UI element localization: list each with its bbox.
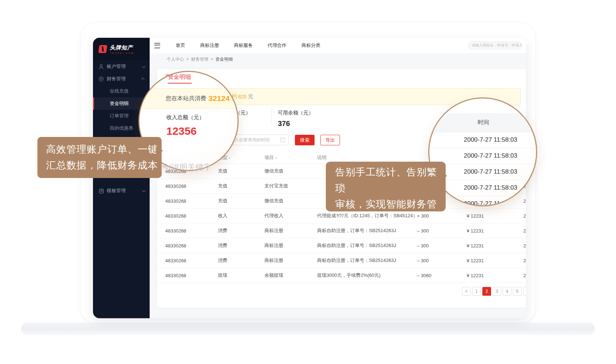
lens-banner-prefix: 您在本站共消费	[166, 95, 206, 102]
table-row[interactable]: 48330268消费 商标注册商标自助注册，订单号：SB2514263J – 3…	[157, 253, 526, 268]
sidebar-item-label: 我的优惠券	[110, 125, 133, 132]
logo-title: 头牌知产	[110, 44, 134, 51]
callout-right-line2: 审核，实现智能财务管	[335, 196, 446, 212]
sidebar-item-templates[interactable]: 模板管理	[93, 185, 150, 197]
lens-income-value: 12356	[166, 125, 196, 137]
col-header-desc: 说明	[317, 154, 417, 161]
callout-left-line2: 汇总数据，降低财务成本	[46, 157, 162, 173]
table-row[interactable]: 48330268提现 余额提现提现3000元，手续费2%(60元) – 3060…	[157, 268, 526, 283]
lens-time-row: 2000-7-27 11:58:03	[429, 148, 536, 164]
stat-balance: 可用余额（元） 376	[278, 110, 313, 128]
callout-right: 告别手工统计、告别繁琐 审核，实现智能财务管 理。	[326, 162, 446, 211]
finance-icon	[99, 77, 104, 81]
callout-left-line1: 高效管理账户订单、一键	[46, 141, 162, 157]
chevron-down-icon	[142, 64, 146, 68]
lens-time-header: 时间	[429, 113, 536, 132]
sort-caret-icon: ▾	[229, 156, 231, 160]
nav-menu: 首页 商标注册 商标服务 代理合作 商标分类	[176, 42, 320, 49]
sidebar-item-label: 资金明细	[110, 100, 129, 107]
nav-item-trademark-service[interactable]: 商标服务	[234, 42, 253, 49]
lens-banner: 您在本站共消费 32124 大约	[139, 88, 238, 109]
sidebar-item-label: 订单管理	[110, 113, 129, 119]
callout-right-line3: 理。	[335, 212, 446, 228]
sidebar-item-finance[interactable]: 财务管理	[93, 73, 150, 85]
lens-tab-label: 资金明细	[168, 73, 191, 81]
breadcrumb-current: 资金明细	[215, 56, 233, 62]
sidebar-item-label: 账户管理	[107, 63, 126, 70]
search-placeholder: 请输入商标名，申请号，申请人	[472, 43, 522, 48]
search-button[interactable]: 搜索	[295, 135, 315, 145]
col-header-project[interactable]: 项目▾	[264, 154, 317, 161]
banner-unit: 元	[248, 93, 253, 100]
chevron-down-icon	[142, 189, 146, 192]
pagination-page-button[interactable]: 3	[493, 287, 501, 296]
sidebar-item-label: 模板管理	[107, 187, 126, 194]
lens-tab-underline	[168, 83, 192, 84]
sort-caret-icon: ▾	[275, 156, 277, 160]
pagination-page-button[interactable]: 4	[503, 287, 511, 296]
pagination-page-button[interactable]: 1	[472, 287, 481, 296]
pagination-prev-button[interactable]: <	[462, 287, 471, 296]
lens-time-row: 2000-7-27 11:58:03	[429, 132, 536, 148]
nav-item-agent[interactable]: 代理合作	[268, 42, 287, 49]
callout-left: 高效管理账户订单、一键 汇总数据，降低财务成本	[37, 137, 162, 178]
table-row[interactable]: 48330268消费 商标注册商标自助注册，订单号：SB2514263J – 3…	[157, 238, 526, 253]
sidebar-item-label: 在线充值	[110, 88, 129, 94]
menu-icon[interactable]	[154, 43, 160, 48]
pagination-next-button[interactable]	[523, 287, 526, 296]
chevron-up-icon	[141, 77, 145, 81]
breadcrumb: 个人中心 > 财务管理 > 资金明细	[150, 53, 526, 65]
export-button[interactable]: 导出	[320, 135, 340, 145]
sidebar-item-account[interactable]: 账户管理	[93, 60, 150, 73]
pagination-page-button-active[interactable]: 2	[482, 287, 491, 296]
sidebar-item-recharge[interactable]: 在线充值	[93, 85, 150, 97]
nav-item-trademark-class[interactable]: 商标分类	[301, 42, 320, 49]
lens-income-label: 收入总额（元）	[166, 114, 204, 121]
top-navbar: 首页 商标注册 商标服务 代理合作 商标分类 请输入商标名，申请号，申请人	[150, 38, 526, 53]
logo-subtext: TOUPAI.COM	[110, 52, 134, 54]
callout-right-line1: 告别手工统计、告别繁琐	[335, 164, 446, 196]
nav-item-trademark-register[interactable]: 商标注册	[200, 42, 219, 49]
breadcrumb-separator: >	[186, 57, 189, 62]
banner-suffix: 820	[238, 94, 247, 100]
lens-banner-amount: 32124	[208, 94, 230, 103]
pagination-page-button[interactable]: 5	[513, 287, 522, 296]
stat-balance-value: 376	[278, 120, 313, 128]
logo[interactable]: 头牌知产 TOUPAI.COM	[93, 38, 150, 60]
laptop-base	[21, 323, 595, 335]
calendar-icon	[280, 138, 285, 142]
logo-icon	[98, 45, 107, 53]
stat-balance-label: 可用余额（元）	[278, 110, 313, 116]
breadcrumb-item[interactable]: 财务管理	[191, 56, 208, 62]
nav-item-home[interactable]: 首页	[176, 42, 185, 49]
sidebar-item-label: 财务管理	[107, 76, 126, 82]
pagination: < 1 2 3 4 5	[462, 287, 526, 296]
marketing-screenshot: 头牌知产 TOUPAI.COM 账户管理 财务管理 在线充值 资金明细	[0, 0, 616, 364]
sidebar: 头牌知产 TOUPAI.COM 账户管理 财务管理 在线充值 资金明细	[93, 38, 150, 318]
breadcrumb-separator: >	[211, 57, 213, 62]
trademark-search-input[interactable]: 请输入商标名，申请号，申请人	[468, 41, 522, 49]
stat-divider	[271, 108, 272, 125]
breadcrumb-item[interactable]: 个人中心	[167, 56, 184, 62]
template-icon	[99, 189, 104, 193]
user-icon	[99, 64, 104, 69]
